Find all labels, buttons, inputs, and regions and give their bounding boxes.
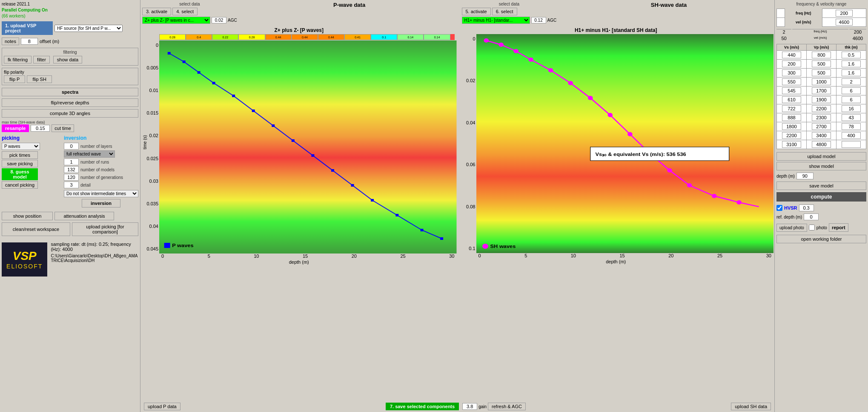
flip-p-button[interactable]: flip P xyxy=(4,75,25,83)
thk-input-9[interactable] xyxy=(842,132,861,139)
fk-filter-button[interactable]: fk filtering xyxy=(4,56,32,63)
vs-input-10[interactable] xyxy=(782,141,801,148)
sh-data-select[interactable]: H1+ minus H1- [standar... xyxy=(462,17,530,24)
vp-input-5[interactable] xyxy=(812,96,831,103)
upload-picking-button[interactable]: upload picking [for comparison] xyxy=(72,222,138,236)
upload-vsp-button[interactable]: 1. upload VSP project xyxy=(2,21,53,35)
inversion-button[interactable]: inversion xyxy=(82,199,120,207)
thk-input-0[interactable] xyxy=(842,52,861,58)
num-layers-input[interactable] xyxy=(64,143,79,150)
table-row xyxy=(777,51,866,60)
refracted-wave-select[interactable]: full refracted wave xyxy=(64,150,115,158)
filter-button[interactable]: filter xyxy=(33,56,50,63)
p-select-button[interactable]: 4. select xyxy=(172,8,198,15)
show-position-button[interactable]: show position xyxy=(2,212,53,220)
refresh-agc-button[interactable]: refresh & AGC xyxy=(488,403,526,410)
save-components-button[interactable]: 7. save selected components xyxy=(386,403,459,410)
svg-point-35 xyxy=(482,244,488,249)
thk-input-6[interactable] xyxy=(842,105,861,112)
num-runs-input[interactable] xyxy=(64,158,79,165)
sh-select-button[interactable]: 6. select xyxy=(492,8,517,15)
intermediate-select[interactable]: Do not show intermediate times xyxy=(64,190,138,197)
save-model-button[interactable]: save model xyxy=(776,182,866,190)
vp-input-3[interactable] xyxy=(812,78,831,85)
upload-model-button[interactable]: upload model xyxy=(776,152,866,161)
upload-sh-button[interactable]: upload SH data xyxy=(731,403,771,410)
sh-agc-input[interactable] xyxy=(531,17,546,23)
save-picking-button[interactable]: save picking xyxy=(2,160,38,167)
vp-input-4[interactable] xyxy=(812,87,831,94)
max-time-input[interactable] xyxy=(31,125,50,132)
p-activate-button[interactable]: 3. activate xyxy=(142,8,171,15)
flip-depths-button[interactable]: flip/reverse depths xyxy=(2,98,138,107)
p-agc-input[interactable] xyxy=(212,17,226,23)
logo-vsp: VSP xyxy=(13,249,37,263)
vs-input-0[interactable] xyxy=(782,52,801,58)
vs-input-9[interactable] xyxy=(782,132,801,139)
thk-input-2[interactable] xyxy=(842,69,861,76)
cut-time-button[interactable]: cut time xyxy=(52,124,74,132)
sh-y-2: 0.04 xyxy=(459,120,476,125)
gain-input[interactable] xyxy=(462,403,477,410)
notes-button[interactable]: notes xyxy=(2,37,19,45)
vp-input-9[interactable] xyxy=(812,132,831,139)
vs-input-2[interactable] xyxy=(782,69,801,76)
vp-input-10[interactable] xyxy=(812,141,831,148)
freq-max-input[interactable] xyxy=(836,10,853,17)
vel-max-input[interactable] xyxy=(836,19,853,26)
p-waves-select[interactable]: P waves xyxy=(2,143,40,150)
vs-input-6[interactable] xyxy=(782,105,801,112)
vs-input-7[interactable] xyxy=(782,114,801,121)
num-generations-input[interactable] xyxy=(64,174,79,181)
resample-button[interactable]: resample xyxy=(2,124,29,132)
vp-input-7[interactable] xyxy=(812,114,831,121)
num-models-input[interactable] xyxy=(64,166,79,173)
vp-input-1[interactable] xyxy=(812,61,831,67)
vs-input-3[interactable] xyxy=(782,78,801,85)
spectra-button[interactable]: spectra xyxy=(2,88,138,96)
p-data-select[interactable]: Z+ plus Z- [P waves in c... xyxy=(142,17,210,24)
vp-input-6[interactable] xyxy=(812,105,831,112)
hvsr-checkbox[interactable] xyxy=(776,205,782,211)
report-button[interactable]: report xyxy=(829,223,848,232)
compute-angles-button[interactable]: compute 3D angles xyxy=(2,109,138,118)
thk-input-1[interactable] xyxy=(842,61,861,67)
clean-reset-button[interactable]: clean/reset workspace xyxy=(2,222,70,236)
vs-input-4[interactable] xyxy=(782,87,801,94)
hf-source-select[interactable]: HF source [for SH and P w... xyxy=(54,25,123,32)
attenuation-button[interactable]: attenuation analysis xyxy=(54,212,114,220)
thk-input-7[interactable] xyxy=(842,114,861,121)
vp-input-0[interactable] xyxy=(812,52,831,58)
vs-input-5[interactable] xyxy=(782,96,801,103)
offset-input[interactable] xyxy=(21,38,38,45)
vs-input-8[interactable] xyxy=(782,123,801,130)
compute-button[interactable]: compute xyxy=(776,192,866,202)
guess-model-button[interactable]: 8. guess model xyxy=(2,168,38,180)
upload-photo-button[interactable]: upload photo xyxy=(776,224,807,232)
thk-input-3[interactable] xyxy=(842,78,861,85)
left-panel: release 2021.1 Parallel Computing On (66… xyxy=(0,0,140,412)
depth-input[interactable] xyxy=(796,173,814,179)
detail-input[interactable] xyxy=(64,182,79,188)
vp-input-8[interactable] xyxy=(812,123,831,130)
show-data-button[interactable]: show data xyxy=(53,56,82,63)
cancel-picking-button[interactable]: cancel picking xyxy=(2,181,38,189)
ref-depth-input[interactable] xyxy=(804,213,819,220)
sh-activate-button[interactable]: 5. activate xyxy=(462,8,491,15)
thk-input-5[interactable] xyxy=(842,96,861,103)
photo-checkbox[interactable] xyxy=(809,225,815,230)
thk-input-10[interactable] xyxy=(842,141,861,148)
upload-p-button[interactable]: upload P data xyxy=(144,403,180,410)
hvsr-input[interactable] xyxy=(799,205,814,211)
flip-sh-button[interactable]: flip SH xyxy=(27,75,52,83)
show-model-button[interactable]: show model xyxy=(776,162,866,170)
vp-input-2[interactable] xyxy=(812,69,831,76)
svg-point-27 xyxy=(627,132,633,136)
open-folder-button[interactable]: open working folder xyxy=(776,235,866,243)
pick-times-button[interactable]: pick times xyxy=(2,151,38,159)
thk-input-8[interactable] xyxy=(842,123,861,130)
vs-input-1[interactable] xyxy=(782,61,801,67)
svg-text:Vs₃₀ & equivalent Vs (m/s): 53: Vs₃₀ & equivalent Vs (m/s): 536 536 xyxy=(595,152,686,157)
sh-y-3: 0.06 xyxy=(459,162,476,167)
thk-input-4[interactable] xyxy=(842,87,861,94)
